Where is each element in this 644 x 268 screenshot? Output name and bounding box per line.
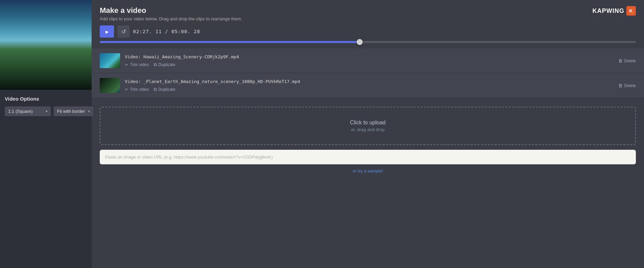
scissors-icon [125, 87, 128, 92]
video-options-section: Video Options 1:1 (Square) 16:9 (Landsca… [0, 90, 92, 121]
upload-section: Click to upload or, drag and drop or try… [92, 101, 644, 179]
delete-button[interactable]: Delete [618, 83, 636, 88]
trash-icon [618, 58, 623, 63]
duplicate-button[interactable]: Duplicate [154, 87, 175, 92]
aspect-ratio-select[interactable]: 1:1 (Square) 16:9 (Landscape) 9:16 (Port… [5, 106, 51, 116]
progress-bar-fill [100, 41, 360, 43]
clip-filename: Hawaii_Amazing_Scenery-CDRjk2p9F.mp4 [144, 54, 239, 59]
progress-bar-track[interactable] [100, 41, 636, 43]
url-input[interactable] [100, 150, 636, 164]
copy-icon [154, 62, 157, 67]
play-icon [106, 29, 109, 34]
trim-video-button[interactable]: Trim video [125, 87, 149, 92]
clip-thumbnail [100, 53, 120, 68]
delete-label: Delete [624, 58, 636, 63]
clip-filename: _Planet_Earth_Amazing_nature_scenery_108… [144, 79, 300, 84]
time-separator: / [165, 29, 168, 34]
video-preview [0, 0, 92, 90]
clip-thumbnail [100, 78, 120, 93]
upload-drop-zone[interactable]: Click to upload or, drag and drop [100, 107, 636, 145]
kapwing-icon: K [626, 6, 636, 16]
clip-info: Video: _Planet_Earth_Amazing_nature_scen… [125, 79, 636, 92]
table-row: Video: Hawaii_Amazing_Scenery-CDRjk2p9F.… [92, 48, 644, 73]
page-subtitle: Add clips to your video below. Drag and … [100, 16, 242, 21]
play-button[interactable] [100, 25, 114, 38]
delete-label: Delete [624, 83, 636, 88]
duplicate-label: Duplicate [158, 62, 175, 67]
header: Make a video Add clips to your video bel… [92, 0, 644, 25]
clip-actions: Trim video Duplicate [125, 62, 636, 67]
aspect-ratio-dropdown-wrapper[interactable]: 1:1 (Square) 16:9 (Landscape) 9:16 (Port… [5, 106, 51, 116]
delete-button[interactable]: Delete [618, 58, 636, 63]
current-time: 02:27. 11 [133, 29, 162, 34]
sample-link[interactable]: or try a sample! [100, 168, 636, 173]
duplicate-button[interactable]: Duplicate [154, 62, 175, 67]
progress-handle[interactable] [357, 39, 363, 45]
page-title: Make a video [100, 6, 242, 15]
upload-click-text: Click to upload [107, 120, 628, 126]
table-row: Video: _Planet_Earth_Amazing_nature_scen… [92, 73, 644, 98]
clip-actions: Trim video Duplicate [125, 87, 636, 92]
clip-title: Video: _Planet_Earth_Amazing_nature_scen… [125, 79, 636, 84]
trim-video-button[interactable]: Trim video [125, 62, 149, 67]
restart-icon [121, 28, 126, 35]
fit-mode-dropdown-wrapper[interactable]: Fit with border Fill Stretch [54, 106, 93, 116]
trim-label: Trim video [130, 87, 149, 92]
progress-bar-wrapper[interactable] [92, 41, 644, 48]
player-controls: 02:27. 11 / 05:00. 28 [92, 25, 644, 41]
sidebar: Video Options 1:1 (Square) 16:9 (Landsca… [0, 0, 92, 268]
restart-button[interactable] [117, 25, 130, 38]
fit-mode-select[interactable]: Fit with border Fill Stretch [54, 106, 93, 116]
upload-drag-text: or, drag and drop [107, 127, 628, 132]
video-options-controls: 1:1 (Square) 16:9 (Landscape) 9:16 (Port… [5, 106, 87, 116]
clip-label: Video: [125, 79, 144, 84]
duplicate-label: Duplicate [158, 87, 175, 92]
clips-list: Video: Hawaii_Amazing_Scenery-CDRjk2p9F.… [92, 48, 644, 101]
copy-icon [154, 87, 157, 92]
total-time: 05:00. 28 [171, 29, 200, 34]
clip-title: Video: Hawaii_Amazing_Scenery-CDRjk2p9F.… [125, 54, 636, 59]
time-display: 02:27. 11 / 05:00. 28 [133, 29, 200, 34]
clip-info: Video: Hawaii_Amazing_Scenery-CDRjk2p9F.… [125, 54, 636, 67]
trash-icon [618, 83, 623, 88]
preview-image [0, 0, 92, 90]
clip-label: Video: [125, 54, 144, 59]
main-content: Make a video Add clips to your video bel… [92, 0, 644, 268]
kapwing-logo-text: KAPWING [592, 7, 624, 15]
trim-label: Trim video [130, 62, 149, 67]
scissors-icon [125, 62, 128, 67]
kapwing-logo: KAPWING K [592, 6, 636, 16]
header-left: Make a video Add clips to your video bel… [100, 6, 242, 21]
video-options-title: Video Options [5, 96, 87, 102]
